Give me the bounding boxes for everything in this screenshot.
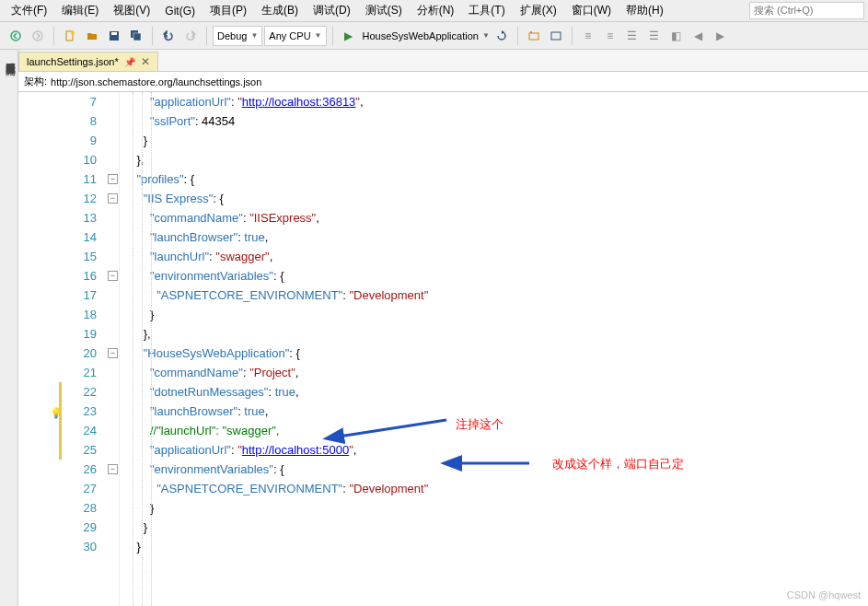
- prev-bookmark-button[interactable]: ◀: [689, 26, 709, 46]
- menu-tools[interactable]: 工具(T): [461, 1, 512, 20]
- menu-debug[interactable]: 调试(D): [306, 1, 358, 20]
- code-line[interactable]: "commandName": "Project",: [123, 363, 868, 382]
- fold-toggle[interactable]: −: [108, 464, 118, 474]
- menu-analyze[interactable]: 分析(N): [410, 1, 462, 20]
- svg-line-11: [339, 420, 446, 437]
- fold-toggle[interactable]: −: [108, 174, 118, 184]
- nav-back-button[interactable]: [6, 26, 26, 46]
- undo-button[interactable]: [158, 26, 179, 46]
- svg-point-9: [530, 31, 532, 33]
- menu-project[interactable]: 项目(P): [203, 1, 254, 20]
- next-bookmark-button[interactable]: ▶: [711, 26, 731, 46]
- code-line[interactable]: "ASPNETCORE_ENVIRONMENT": "Development": [123, 286, 868, 305]
- fold-toggle[interactable]: −: [108, 193, 118, 204]
- indent-less-button[interactable]: ≡: [578, 26, 598, 46]
- svg-rect-7: [133, 33, 141, 41]
- comment-button[interactable]: ☰: [622, 26, 642, 46]
- browser-link-button[interactable]: [546, 26, 566, 46]
- code-line[interactable]: "applicationUrl": "http://localhost:3681…: [123, 92, 868, 111]
- code-editor[interactable]: 💡 78910111213141516171819202122232425262…: [18, 92, 868, 606]
- uncomment-button[interactable]: ☰: [644, 26, 665, 46]
- nav-forward-button[interactable]: [28, 26, 48, 46]
- menu-git[interactable]: Git(G): [157, 3, 203, 19]
- line-number: 17: [63, 286, 97, 305]
- tab-title: launchSettings.json*: [27, 56, 119, 67]
- pin-icon[interactable]: 📌: [124, 57, 135, 67]
- line-number: 30: [63, 537, 97, 556]
- close-tab-button[interactable]: ✕: [141, 55, 150, 68]
- svg-rect-10: [551, 32, 561, 40]
- line-number: 19: [63, 324, 97, 344]
- open-file-button[interactable]: [82, 26, 102, 46]
- line-number: 18: [63, 305, 97, 324]
- code-line[interactable]: "environmentVariables": {: [123, 266, 868, 286]
- code-line[interactable]: },: [123, 324, 868, 344]
- document-tabs: launchSettings.json* 📌 ✕: [18, 50, 868, 72]
- menu-extensions[interactable]: 扩展(X): [513, 1, 564, 20]
- save-all-button[interactable]: [126, 26, 146, 46]
- run-target-label[interactable]: HouseSysWebApplication: [361, 30, 480, 41]
- menubar: 文件(F) 编辑(E) 视图(V) Git(G) 项目(P) 生成(B) 调试(…: [0, 0, 868, 22]
- line-number: 8: [63, 111, 97, 131]
- svg-point-0: [11, 31, 20, 41]
- save-button[interactable]: [104, 26, 124, 46]
- fold-toggle[interactable]: −: [108, 271, 118, 281]
- code-line[interactable]: "profiles": {: [123, 169, 868, 189]
- arrow-annotation-2: [451, 454, 534, 478]
- bookmark-button[interactable]: ◧: [666, 26, 687, 46]
- platform-dropdown[interactable]: Any CPU▼: [264, 26, 326, 46]
- editor-tab-launchsettings[interactable]: launchSettings.json* 📌 ✕: [18, 52, 158, 71]
- line-number: 14: [63, 227, 97, 247]
- refresh-button[interactable]: [492, 26, 512, 46]
- run-button[interactable]: ▶: [339, 26, 359, 46]
- line-number: 21: [63, 363, 97, 382]
- menu-edit[interactable]: 编辑(E): [54, 1, 106, 20]
- lightbulb-icon[interactable]: 💡: [50, 403, 63, 423]
- menu-file[interactable]: 文件(F): [4, 1, 54, 20]
- svg-point-3: [71, 31, 75, 35]
- code-line[interactable]: "sslPort": 44354: [123, 111, 868, 131]
- line-number: 25: [63, 440, 97, 460]
- code-line[interactable]: }: [123, 305, 868, 324]
- menu-view[interactable]: 视图(V): [106, 1, 157, 20]
- line-number: 26: [63, 460, 97, 479]
- code-line[interactable]: }: [123, 518, 868, 537]
- new-file-button[interactable]: [60, 26, 80, 46]
- line-number: 29: [63, 518, 97, 537]
- code-line[interactable]: "commandName": "IISExpress",: [123, 208, 868, 227]
- browse-button[interactable]: [524, 26, 544, 46]
- code-line[interactable]: }: [123, 537, 868, 556]
- annotation-text-2: 改成这个样，端口自己定: [552, 454, 684, 473]
- config-dropdown[interactable]: Debug▼: [213, 26, 262, 46]
- line-number: 9: [63, 131, 97, 150]
- line-number: 13: [63, 208, 97, 227]
- redo-button[interactable]: [180, 26, 201, 46]
- code-line[interactable]: "dotnetRunMessages": true,: [123, 382, 868, 402]
- line-number: 22: [63, 382, 97, 402]
- schema-bar: 架构:: [18, 72, 868, 92]
- schema-input[interactable]: [51, 76, 308, 87]
- fold-toggle[interactable]: −: [108, 348, 118, 358]
- code-line[interactable]: "ASPNETCORE_ENVIRONMENT": "Development": [123, 479, 868, 498]
- indent-more-button[interactable]: ≡: [600, 26, 620, 46]
- code-line[interactable]: "launchBrowser": true,: [123, 227, 868, 247]
- change-marker: [59, 421, 62, 440]
- line-number: 11: [63, 169, 97, 189]
- menu-build[interactable]: 生成(B): [254, 1, 306, 20]
- menu-window[interactable]: 窗口(W): [564, 1, 619, 20]
- side-panel-tabs[interactable]: 服务器资源管理器 工具箱: [0, 50, 18, 606]
- change-marker: [59, 382, 62, 402]
- svg-point-1: [33, 31, 42, 41]
- menu-help[interactable]: 帮助(H): [619, 1, 671, 20]
- code-line[interactable]: "HouseSysWebApplication": {: [123, 344, 868, 363]
- code-line[interactable]: "IIS Express": {: [123, 189, 868, 208]
- schema-label: 架构:: [24, 75, 47, 88]
- search-box[interactable]: 搜索 (Ctrl+Q): [749, 2, 864, 19]
- code-line[interactable]: },: [123, 150, 868, 169]
- code-line[interactable]: "launchUrl": "swagger",: [123, 247, 868, 266]
- code-line[interactable]: }: [123, 498, 868, 518]
- toolbar: Debug▼ Any CPU▼ ▶ HouseSysWebApplication…: [0, 22, 868, 50]
- menu-test[interactable]: 测试(S): [358, 1, 410, 20]
- line-number: 27: [63, 479, 97, 498]
- code-line[interactable]: }: [123, 131, 868, 150]
